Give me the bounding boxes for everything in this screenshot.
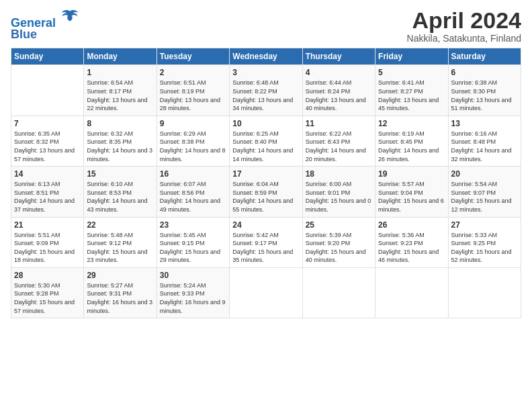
day-number: 3 xyxy=(232,68,299,77)
day-number: 11 xyxy=(306,119,372,128)
logo: General Blue xyxy=(11,8,79,42)
month-title: April 2024 xyxy=(407,8,521,33)
calendar-cell: 1 Sunrise: 6:54 AMSunset: 8:17 PMDayligh… xyxy=(84,65,157,116)
calendar-cell: 5 Sunrise: 6:41 AMSunset: 8:27 PMDayligh… xyxy=(375,65,448,116)
calendar-cell: 29 Sunrise: 5:27 AMSunset: 9:31 PMDaylig… xyxy=(84,267,157,318)
calendar-week-row: 28 Sunrise: 5:30 AMSunset: 9:28 PMDaylig… xyxy=(11,267,521,318)
cell-info: Sunrise: 5:30 AMSunset: 9:28 PMDaylight:… xyxy=(14,282,75,314)
cell-info: Sunrise: 6:54 AMSunset: 8:17 PMDaylight:… xyxy=(87,79,147,111)
cell-info: Sunrise: 6:48 AMSunset: 8:22 PMDaylight:… xyxy=(232,79,293,111)
calendar-cell: 17 Sunrise: 6:04 AMSunset: 8:59 PMDaylig… xyxy=(230,167,302,217)
day-number: 2 xyxy=(160,68,226,77)
calendar-cell xyxy=(11,65,84,116)
day-number: 30 xyxy=(160,271,226,280)
calendar-cell: 26 Sunrise: 5:36 AMSunset: 9:23 PMDaylig… xyxy=(375,217,448,267)
calendar-cell: 20 Sunrise: 5:54 AMSunset: 9:07 PMDaylig… xyxy=(448,167,521,217)
day-number: 8 xyxy=(87,119,153,128)
calendar-week-row: 14 Sunrise: 6:13 AMSunset: 8:51 PMDaylig… xyxy=(11,167,521,217)
day-number: 15 xyxy=(87,169,153,179)
calendar-week-row: 7 Sunrise: 6:35 AMSunset: 8:32 PMDayligh… xyxy=(11,116,521,166)
calendar-cell: 13 Sunrise: 6:16 AMSunset: 8:48 PMDaylig… xyxy=(448,116,521,166)
calendar-cell: 21 Sunrise: 5:51 AMSunset: 9:09 PMDaylig… xyxy=(11,217,84,267)
cell-info: Sunrise: 6:07 AMSunset: 8:56 PMDaylight:… xyxy=(160,181,220,213)
calendar-cell xyxy=(448,267,521,318)
calendar-cell: 12 Sunrise: 6:19 AMSunset: 8:45 PMDaylig… xyxy=(375,116,448,166)
cell-info: Sunrise: 5:51 AMSunset: 9:09 PMDaylight:… xyxy=(14,232,75,264)
day-number: 26 xyxy=(378,220,445,230)
cell-info: Sunrise: 6:41 AMSunset: 8:27 PMDaylight:… xyxy=(378,79,439,111)
cell-info: Sunrise: 6:25 AMSunset: 8:40 PMDaylight:… xyxy=(232,130,293,163)
cell-info: Sunrise: 6:19 AMSunset: 8:45 PMDaylight:… xyxy=(378,130,439,163)
logo-text: General xyxy=(11,8,79,30)
calendar-cell: 8 Sunrise: 6:32 AMSunset: 8:35 PMDayligh… xyxy=(84,116,157,166)
calendar-cell: 23 Sunrise: 5:45 AMSunset: 9:15 PMDaylig… xyxy=(157,217,229,267)
header-tuesday: Tuesday xyxy=(157,48,229,65)
calendar-cell xyxy=(302,267,375,318)
header-thursday: Thursday xyxy=(302,48,375,65)
header-monday: Monday xyxy=(84,48,157,65)
cell-info: Sunrise: 5:48 AMSunset: 9:12 PMDaylight:… xyxy=(87,232,147,264)
day-number: 22 xyxy=(87,220,153,230)
cell-info: Sunrise: 6:04 AMSunset: 8:59 PMDaylight:… xyxy=(232,181,293,213)
logo-bird-icon xyxy=(60,8,79,27)
cell-info: Sunrise: 6:32 AMSunset: 8:35 PMDaylight:… xyxy=(87,130,152,163)
calendar-body: 1 Sunrise: 6:54 AMSunset: 8:17 PMDayligh… xyxy=(11,65,521,318)
calendar-cell: 15 Sunrise: 6:10 AMSunset: 8:53 PMDaylig… xyxy=(84,167,157,217)
day-number: 1 xyxy=(87,68,153,77)
cell-info: Sunrise: 6:29 AMSunset: 8:38 PMDaylight:… xyxy=(160,130,226,163)
header-wednesday: Wednesday xyxy=(230,48,302,65)
cell-info: Sunrise: 5:36 AMSunset: 9:23 PMDaylight:… xyxy=(378,232,439,264)
cell-info: Sunrise: 6:16 AMSunset: 8:48 PMDaylight:… xyxy=(451,130,512,163)
calendar-table: Sunday Monday Tuesday Wednesday Thursday… xyxy=(11,48,521,318)
cell-info: Sunrise: 5:33 AMSunset: 9:25 PMDaylight:… xyxy=(451,232,512,264)
day-number: 10 xyxy=(232,119,299,128)
header-sunday: Sunday xyxy=(11,48,84,65)
day-number: 21 xyxy=(14,220,81,230)
header-friday: Friday xyxy=(375,48,448,65)
cell-info: Sunrise: 5:57 AMSunset: 9:04 PMDaylight:… xyxy=(378,181,444,213)
day-number: 13 xyxy=(451,119,518,128)
calendar-cell xyxy=(375,267,448,318)
cell-info: Sunrise: 6:10 AMSunset: 8:53 PMDaylight:… xyxy=(87,181,147,213)
day-number: 4 xyxy=(306,68,372,77)
header-saturday: Saturday xyxy=(448,48,521,65)
cell-info: Sunrise: 6:00 AMSunset: 9:01 PMDaylight:… xyxy=(306,181,371,213)
calendar-cell: 22 Sunrise: 5:48 AMSunset: 9:12 PMDaylig… xyxy=(84,217,157,267)
cell-info: Sunrise: 5:54 AMSunset: 9:07 PMDaylight:… xyxy=(451,181,512,213)
cell-info: Sunrise: 6:38 AMSunset: 8:30 PMDaylight:… xyxy=(451,79,512,111)
calendar-cell xyxy=(230,267,302,318)
cell-info: Sunrise: 5:39 AMSunset: 9:20 PMDaylight:… xyxy=(306,232,366,264)
cell-info: Sunrise: 6:35 AMSunset: 8:32 PMDaylight:… xyxy=(14,130,75,163)
day-number: 14 xyxy=(14,169,81,179)
day-number: 20 xyxy=(451,169,518,179)
calendar-header-row: Sunday Monday Tuesday Wednesday Thursday… xyxy=(11,48,521,65)
calendar-cell: 24 Sunrise: 5:42 AMSunset: 9:17 PMDaylig… xyxy=(230,217,302,267)
calendar-cell: 3 Sunrise: 6:48 AMSunset: 8:22 PMDayligh… xyxy=(230,65,302,116)
cell-info: Sunrise: 5:42 AMSunset: 9:17 PMDaylight:… xyxy=(232,232,293,264)
cell-info: Sunrise: 6:44 AMSunset: 8:24 PMDaylight:… xyxy=(306,79,366,111)
calendar-cell: 19 Sunrise: 5:57 AMSunset: 9:04 PMDaylig… xyxy=(375,167,448,217)
page-header: General Blue April 2024 Nakkila, Satakun… xyxy=(11,8,521,44)
calendar-cell: 6 Sunrise: 6:38 AMSunset: 8:30 PMDayligh… xyxy=(448,65,521,116)
day-number: 16 xyxy=(160,169,226,179)
calendar-cell: 2 Sunrise: 6:51 AMSunset: 8:19 PMDayligh… xyxy=(157,65,229,116)
location-subtitle: Nakkila, Satakunta, Finland xyxy=(407,33,521,44)
calendar-cell: 4 Sunrise: 6:44 AMSunset: 8:24 PMDayligh… xyxy=(302,65,375,116)
calendar-cell: 14 Sunrise: 6:13 AMSunset: 8:51 PMDaylig… xyxy=(11,167,84,217)
day-number: 17 xyxy=(232,169,299,179)
calendar-week-row: 21 Sunrise: 5:51 AMSunset: 9:09 PMDaylig… xyxy=(11,217,521,267)
cell-info: Sunrise: 6:22 AMSunset: 8:43 PMDaylight:… xyxy=(306,130,366,163)
day-number: 23 xyxy=(160,220,226,230)
day-number: 29 xyxy=(87,271,153,280)
calendar-cell: 30 Sunrise: 5:24 AMSunset: 9:33 PMDaylig… xyxy=(157,267,229,318)
day-number: 27 xyxy=(451,220,518,230)
cell-info: Sunrise: 6:13 AMSunset: 8:51 PMDaylight:… xyxy=(14,181,75,213)
calendar-cell: 7 Sunrise: 6:35 AMSunset: 8:32 PMDayligh… xyxy=(11,116,84,166)
calendar-cell: 27 Sunrise: 5:33 AMSunset: 9:25 PMDaylig… xyxy=(448,217,521,267)
calendar-cell: 10 Sunrise: 6:25 AMSunset: 8:40 PMDaylig… xyxy=(230,116,302,166)
day-number: 25 xyxy=(306,220,372,230)
day-number: 6 xyxy=(451,68,518,77)
cell-info: Sunrise: 5:24 AMSunset: 9:33 PMDaylight:… xyxy=(160,282,226,314)
calendar-cell: 11 Sunrise: 6:22 AMSunset: 8:43 PMDaylig… xyxy=(302,116,375,166)
calendar-cell: 9 Sunrise: 6:29 AMSunset: 8:38 PMDayligh… xyxy=(157,116,229,166)
